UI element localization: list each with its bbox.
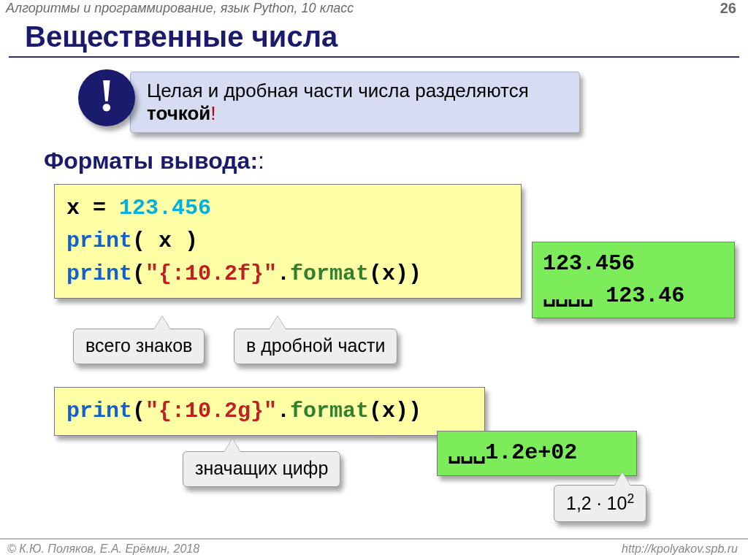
header-bar: Алгоритмы и программирование, язык Pytho…: [0, 0, 748, 16]
callout-box: Целая и дробная части числа разделяются …: [130, 72, 580, 133]
hint-total-chars: всего знаков: [73, 329, 205, 364]
code-block-2: print("{:10.2g}".format(x)): [54, 387, 485, 436]
callout-text: Целая и дробная части числа разделяются: [147, 80, 529, 101]
code-block-1: x = 123.456 print( x ) print("{:10.2f}".…: [54, 184, 522, 299]
section-subhead: Форматы вывода::: [44, 147, 264, 174]
copyright: © К.Ю. Поляков, Е.А. Ерёмин, 2018: [7, 542, 199, 556]
callout-exclamation: !: [210, 102, 215, 124]
output-block-2: ␣␣␣1.2e+02: [437, 431, 637, 476]
output-block-1: 123.456 ␣␣␣␣ 123.46: [532, 242, 735, 318]
hint-significant: значащих цифр: [183, 451, 340, 487]
breadcrumb: Алгоритмы и программирование, язык Pytho…: [6, 1, 354, 15]
title-rule: [9, 56, 739, 58]
exclamation-icon: !: [78, 69, 135, 126]
footer-link[interactable]: http://kpolyakov.spb.ru: [622, 542, 738, 556]
page-title: Вещественные числа: [25, 20, 748, 53]
page-number: 26: [720, 0, 736, 17]
callout-emph: точкой: [147, 102, 210, 124]
important-callout: ! Целая и дробная части числа разделяютс…: [80, 72, 580, 133]
hint-fractional: в дробной части: [234, 329, 397, 364]
hint-scientific: 1,2 · 102: [554, 485, 646, 522]
footer: © К.Ю. Поляков, Е.А. Ерёмин, 2018 http:/…: [0, 538, 748, 560]
